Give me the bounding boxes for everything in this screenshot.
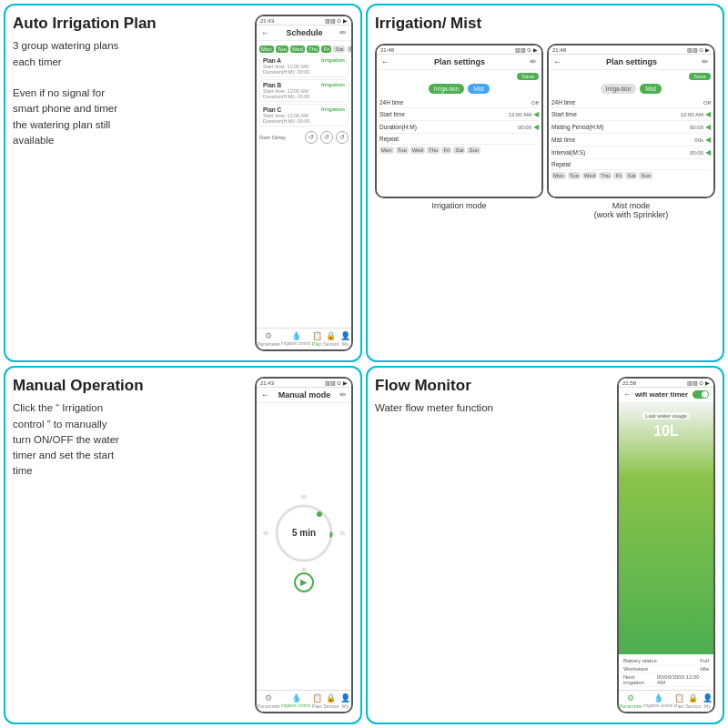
manual-text: Manual Operation Click the “ Irrigation … bbox=[13, 377, 248, 713]
mist-irr-mode-btn[interactable]: Irriga-tion bbox=[601, 84, 636, 94]
flow-status-bar: 21:58 ▥▥ ⊙ ▶ bbox=[619, 379, 713, 388]
flow-my-icon: 👤 bbox=[703, 693, 713, 703]
manual-title: Manual Operation bbox=[13, 377, 248, 395]
flow-toggle[interactable] bbox=[693, 390, 709, 399]
24h-time-row: 24H timeOff bbox=[379, 97, 539, 108]
schedule-content: Mon Tue Wed Thu Fri Sat Sun Plan AIrriga… bbox=[257, 41, 351, 328]
manual-footer-irr-ctrl[interactable]: 💧 Irrigation control bbox=[281, 693, 310, 709]
flow-phone-header: ← wifi water timer bbox=[619, 388, 713, 401]
manual-body: Click the “ Irrigation control ” to manu… bbox=[13, 400, 248, 479]
flow-info: Battery status Full Workstaut Idle Next … bbox=[619, 654, 713, 690]
start-time-row[interactable]: Start time 12:00 AM◀ bbox=[379, 108, 539, 121]
mist-mode-btn[interactable]: Mist bbox=[468, 84, 490, 94]
flow-footer-irr-ctrl[interactable]: 💧 Irrigation control bbox=[643, 693, 672, 709]
day-thu: Thu bbox=[307, 46, 319, 53]
manual-footer-plan[interactable]: 📋 Plan bbox=[311, 693, 322, 709]
manual-footer-parameter[interactable]: ⚙ Parameter bbox=[257, 693, 280, 709]
mist-phone-header: ← Plan settings ✏ bbox=[549, 55, 713, 70]
mist-start-time-row[interactable]: Start time 12:00 AM◀ bbox=[551, 108, 711, 121]
manual-phone-header: ← Manual mode ✏ bbox=[257, 388, 351, 403]
rain-delay-row: Rain Delay ↺ ↺ ↺ bbox=[259, 131, 349, 144]
manual-footer-my[interactable]: 👤 My bbox=[340, 693, 351, 709]
mist-time-row[interactable]: Mist time 00s◀ bbox=[551, 134, 711, 147]
dial-value: 5 min bbox=[292, 528, 316, 538]
duration-row[interactable]: Duration(H:M) 00:00◀ bbox=[379, 121, 539, 134]
my-icon: 👤 bbox=[340, 331, 351, 340]
manual-phone-footer: ⚙ Parameter 💧 Irrigation control 📋 Plan … bbox=[257, 690, 351, 712]
repeat-row: Repeat bbox=[379, 134, 539, 145]
flow-phone: 21:58 ▥▥ ⊙ ▶ ← wifi water timer Last wat… bbox=[617, 377, 715, 713]
day-mon: Mon bbox=[259, 46, 274, 53]
irrigation-mode-btn[interactable]: Irriga-tion bbox=[429, 84, 464, 94]
auto-irrigation-title: Auto Irrigation Plan bbox=[13, 15, 248, 33]
day-fri: Fri bbox=[321, 46, 331, 53]
plan-a-row[interactable]: Plan AIrrigation Start time: 12:00 AM Du… bbox=[259, 55, 349, 77]
footer-parameter[interactable]: ⚙ Parameter bbox=[257, 331, 280, 347]
plan-icon: 📋 bbox=[311, 331, 322, 340]
flow-footer-my[interactable]: 👤 My bbox=[703, 693, 713, 709]
dial-wrapper: 5 min 60 15 30 45 · bbox=[272, 501, 336, 565]
play-button[interactable]: ▶ bbox=[294, 572, 314, 592]
day-sat: Sat bbox=[333, 46, 345, 53]
main-grid: Auto Irrigation Plan 3 group watering pl… bbox=[0, 0, 728, 728]
next-irrigation-row: Next irrigation 00/00/2000 12:00 AM bbox=[623, 673, 709, 687]
manual-plan-icon: 📋 bbox=[311, 693, 322, 703]
workstaut-row: Workstaut Idle bbox=[623, 665, 709, 673]
manual-irr-ctrl-icon: 💧 bbox=[290, 693, 301, 703]
save-button-irrigation[interactable]: Save bbox=[517, 73, 539, 80]
dial-bottom-label: 30 bbox=[301, 567, 307, 572]
dial-right-label: 15 bbox=[339, 531, 345, 536]
phone-status-bar: 21:43 ▥▥ ⊙ ▶ bbox=[257, 16, 351, 25]
mist-repeat-days: Mon Tue Wed Thu Fri Sat Sun bbox=[551, 172, 711, 179]
flow-plan-icon: 📋 bbox=[673, 693, 684, 703]
auto-irrigation-card: Auto Irrigation Plan 3 group watering pl… bbox=[4, 4, 362, 362]
flow-irr-ctrl-icon: 💧 bbox=[652, 693, 663, 703]
irr-phone-header: ← Plan settings ✏ bbox=[377, 55, 541, 70]
flow-title: Flow Monitor bbox=[375, 377, 610, 395]
interval-row[interactable]: Interval(M:S) 00:00◀ bbox=[551, 147, 711, 159]
day-wed: Wed bbox=[290, 46, 305, 53]
flow-footer-parameter[interactable]: ⚙ Parameter bbox=[619, 693, 642, 709]
svg-point-2 bbox=[317, 511, 322, 517]
sensor-icon: 🔒 bbox=[326, 331, 337, 340]
parameter-icon: ⚙ bbox=[263, 331, 274, 340]
schedule-phone-footer: ⚙ Parameter 💧 Irrigation control 📋 Plan … bbox=[257, 328, 351, 349]
footer-plan[interactable]: 📋 Plan bbox=[311, 331, 322, 347]
manual-sensor-icon: 🔒 bbox=[326, 693, 337, 703]
flow-sensor-icon: 🔒 bbox=[688, 693, 699, 703]
dial-top-label: 60 bbox=[301, 494, 307, 500]
irrigation-ctrl-icon: 💧 bbox=[290, 331, 301, 340]
footer-sensor[interactable]: 🔒 Sensor bbox=[323, 331, 339, 347]
irrigation-mist-title: Irrigation/ Mist bbox=[375, 15, 715, 33]
footer-irrigation-ctrl[interactable]: 💧 Irrigation control bbox=[281, 331, 310, 347]
save-button-mist[interactable]: Save bbox=[689, 73, 711, 80]
flow-footer-plan[interactable]: 📋 Plan bbox=[673, 693, 684, 709]
flow-footer-sensor[interactable]: 🔒 Sensor bbox=[685, 693, 701, 709]
manual-my-icon: 👤 bbox=[340, 693, 351, 703]
manual-footer-sensor[interactable]: 🔒 Sensor bbox=[323, 693, 339, 709]
mist-mist-mode-btn[interactable]: Mist bbox=[640, 84, 662, 94]
mist-24h-row: 24H timeOff bbox=[551, 97, 711, 108]
plan-b-row[interactable]: Plan BIrrigation Start time: 12:00 AM Du… bbox=[259, 79, 349, 102]
flow-body: Water flow meter function bbox=[375, 400, 610, 416]
mist-mode-label: Mist mode(work with Sprinkler) bbox=[547, 201, 715, 351]
footer-my[interactable]: 👤 My bbox=[340, 331, 351, 347]
manual-dial-container: 5 min 60 15 30 45 · ▶ bbox=[272, 406, 336, 687]
flow-parameter-icon: ⚙ bbox=[625, 693, 636, 703]
plan-c-row[interactable]: Plan CIrrigation Start time: 12:00 AM Du… bbox=[259, 104, 349, 126]
dial-left-label: 45 · bbox=[263, 531, 270, 536]
manual-phone: 21:43 ▥▥ ⊙ ▶ ← Manual mode ✏ bbox=[255, 377, 353, 713]
manual-status-bar: 21:43 ▥▥ ⊙ ▶ bbox=[257, 379, 351, 388]
irrigation-mist-card: Irrigation/ Mist 21:48▥▥ ⊙ ▶ ← Plan sett… bbox=[366, 4, 724, 362]
mist-phone-col: 21:48▥▥ ⊙ ▶ ← Plan settings ✏ Save Irrig… bbox=[547, 44, 715, 351]
misting-period-row[interactable]: Misting Period(H:M) 00:00◀ bbox=[551, 121, 711, 134]
day-tue: Tue bbox=[276, 46, 288, 53]
battery-row: Battery status Full bbox=[623, 657, 709, 665]
day-sun: Sun bbox=[347, 46, 351, 53]
schedule-days: Mon Tue Wed Thu Fri Sat Sun bbox=[259, 46, 349, 53]
flow-content: Last water usage 10L Battery status Full… bbox=[619, 401, 713, 690]
flow-green-area: Last water usage 10L bbox=[619, 401, 713, 654]
mist-repeat-row: Repeat bbox=[551, 159, 711, 170]
mist-status-bar: 21:48▥▥ ⊙ ▶ bbox=[549, 46, 713, 55]
mist-phone: 21:48▥▥ ⊙ ▶ ← Plan settings ✏ Save Irrig… bbox=[547, 44, 715, 197]
